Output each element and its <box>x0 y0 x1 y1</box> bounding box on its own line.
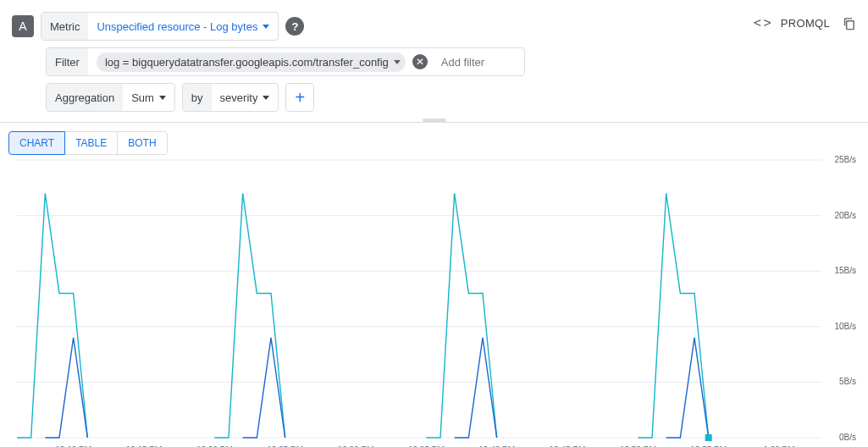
promql-button[interactable]: PROMQL <box>781 17 830 30</box>
svg-text:5B/s: 5B/s <box>839 377 856 386</box>
aggregation-func-text: Sum <box>131 91 154 104</box>
filter-label: Filter <box>47 48 88 75</box>
chart-area: 0B/s5B/s10B/s15B/s20B/s25B/s12:10 PM12:1… <box>8 155 860 447</box>
filter-bar: Filter log = bigquerydatatransfer.google… <box>46 47 525 76</box>
line-chart[interactable]: 0B/s5B/s10B/s15B/s20B/s25B/s12:10 PM12:1… <box>8 155 860 447</box>
tab-both[interactable]: BOTH <box>117 131 167 155</box>
aggregation-func[interactable]: Sum <box>123 84 174 111</box>
svg-text:0B/s: 0B/s <box>839 433 856 442</box>
add-filter-input[interactable] <box>434 56 511 69</box>
svg-text:15B/s: 15B/s <box>834 266 856 275</box>
svg-text:25B/s: 25B/s <box>834 155 856 164</box>
view-tabs: CHART TABLE BOTH <box>8 131 868 155</box>
svg-rect-0 <box>847 20 854 29</box>
caret-down-icon <box>263 25 269 29</box>
tab-table[interactable]: TABLE <box>64 131 118 155</box>
caret-down-icon <box>394 60 401 64</box>
aggregation-by-text: severity <box>220 91 258 104</box>
caret-down-icon <box>159 96 166 100</box>
aggregation-by-selector[interactable]: by severity <box>182 83 279 112</box>
aggregation-by[interactable]: severity <box>212 84 279 111</box>
series-badge: A <box>12 15 34 37</box>
caret-down-icon <box>263 96 269 100</box>
metric-selector[interactable]: Metric Unspecified resource - Log bytes <box>41 12 279 41</box>
query-controls: A Metric Unspecified resource - Log byte… <box>0 0 868 115</box>
svg-text:20B/s: 20B/s <box>834 211 856 220</box>
filter-chip[interactable]: log = bigquerydatatransfer.googleapis.co… <box>97 52 406 72</box>
metric-value[interactable]: Unspecified resource - Log bytes <box>88 13 278 40</box>
help-icon[interactable]: ? <box>285 17 304 36</box>
add-aggregation-button[interactable]: + <box>285 83 314 112</box>
copy-icon[interactable] <box>842 16 856 30</box>
by-label: by <box>183 84 212 111</box>
filter-chip-text: log = bigquerydatatransfer.googleapis.co… <box>105 56 389 69</box>
aggregation-func-selector[interactable]: Aggregation Sum <box>46 83 175 112</box>
tab-chart[interactable]: CHART <box>8 131 65 155</box>
metric-label: Metric <box>41 13 88 40</box>
metric-value-text: Unspecified resource - Log bytes <box>97 20 257 33</box>
code-icon: < > <box>754 15 769 30</box>
svg-text:10B/s: 10B/s <box>834 322 856 331</box>
remove-filter-icon[interactable]: ✕ <box>412 54 428 69</box>
aggregation-label: Aggregation <box>47 84 123 111</box>
svg-rect-24 <box>705 434 712 441</box>
